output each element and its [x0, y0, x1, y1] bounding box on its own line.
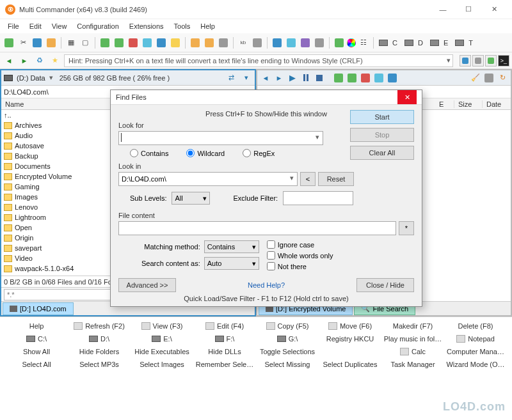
menu-view[interactable]: View: [47, 21, 72, 31]
toolbar-unpack-icon[interactable]: [203, 36, 216, 49]
chk-not-there[interactable]: Not there: [267, 262, 333, 270]
cmd-computer-mana-[interactable]: Computer Mana…: [444, 348, 507, 355]
look-for-input[interactable]: [118, 131, 323, 145]
cmd-notepad[interactable]: Notepad: [444, 335, 507, 343]
toolbar-newfolder-icon[interactable]: [169, 36, 182, 49]
nav-forward-icon[interactable]: ►: [18, 54, 31, 67]
cmd-delete-f8-[interactable]: Delete (F8): [444, 322, 507, 330]
reset-button[interactable]: Reset: [318, 172, 354, 186]
cmd-c-[interactable]: C:\: [5, 335, 68, 343]
start-button[interactable]: Start: [350, 110, 414, 124]
toolbar-edit-icon[interactable]: [155, 36, 168, 49]
drive-c-label[interactable]: C: [391, 39, 401, 47]
ql-icon[interactable]: [472, 55, 484, 66]
radio-wildcard[interactable]: Wildcard: [186, 149, 225, 157]
toolbar-delete-icon[interactable]: [127, 36, 140, 49]
drive-d-icon[interactable]: [403, 36, 415, 49]
cmd-makedir-f7-[interactable]: Makedir (F7): [381, 322, 444, 330]
radio-regex[interactable]: RegEx: [243, 149, 275, 157]
cmd-calc[interactable]: Calc: [381, 348, 444, 355]
cmd-select-duplicates[interactable]: Select Duplicates: [319, 361, 381, 368]
toolbar-color-icon[interactable]: [347, 38, 356, 47]
menu-file[interactable]: File: [3, 21, 24, 31]
cmd-select-images[interactable]: Select Images: [131, 361, 193, 368]
menu-configuration[interactable]: Configuration: [72, 21, 124, 31]
cmd-hide-folders[interactable]: Hide Folders: [68, 348, 131, 355]
dropdown-icon[interactable]: ▾: [316, 133, 319, 141]
cmd-wizard-mode-o-[interactable]: Wizard Mode (O…: [444, 361, 507, 368]
cmd-hide-executables[interactable]: Hide Executables: [131, 348, 193, 355]
search-stop-icon[interactable]: [314, 72, 325, 84]
nav-history-icon[interactable]: ♻: [33, 54, 46, 67]
cmd-select-missing[interactable]: Select Missing: [256, 361, 319, 368]
dialog-close-button[interactable]: ✕: [397, 90, 417, 104]
col-date[interactable]: Date: [483, 100, 511, 108]
cmd-select-mp3s[interactable]: Select MP3s: [68, 361, 131, 368]
cmd-d-[interactable]: D:\: [68, 335, 131, 343]
close-window-button[interactable]: ✕: [481, 1, 507, 19]
cmd-edit-f4-[interactable]: Edit (F4): [193, 322, 256, 330]
left-drive-label[interactable]: (D:) Data: [17, 74, 45, 82]
search-export-icon[interactable]: [483, 72, 495, 84]
toolbar-paste-icon[interactable]: [45, 36, 58, 49]
left-tab[interactable]: [D:] LO4D.com: [3, 302, 74, 315]
look-in-up-button[interactable]: <: [300, 172, 316, 186]
search-fwd-icon[interactable]: ►: [273, 72, 285, 84]
cmd-view-f3-[interactable]: View (F3): [131, 322, 193, 330]
toolbar-copy-icon[interactable]: [31, 36, 44, 49]
toolbar-deselect-icon[interactable]: ▢: [79, 36, 92, 49]
panel-menu-icon[interactable]: ▾: [241, 72, 252, 84]
search-tool-icon[interactable]: [373, 72, 385, 84]
drive-d-label[interactable]: D: [417, 39, 427, 47]
close-hide-button[interactable]: Close / Hide: [356, 278, 414, 292]
toolbar-settings-icon[interactable]: [333, 36, 346, 49]
dropdown-icon[interactable]: ▾: [290, 174, 294, 182]
search-tool-icon[interactable]: [333, 72, 344, 84]
toolbar-layout-icon[interactable]: ☷: [357, 36, 370, 49]
chk-whole-words[interactable]: Whole words only: [267, 251, 333, 260]
cmd-select-all[interactable]: Select All: [5, 361, 68, 368]
search-tool-icon[interactable]: [360, 72, 371, 84]
minimize-button[interactable]: —: [430, 1, 456, 19]
toolbar-test-icon[interactable]: [217, 36, 230, 49]
stop-button[interactable]: Stop: [350, 128, 414, 142]
look-in-input[interactable]: [118, 172, 298, 186]
panel-swap-icon[interactable]: ⇄: [225, 72, 237, 84]
file-content-input[interactable]: [118, 221, 396, 235]
nav-back-icon[interactable]: ◄: [3, 54, 15, 67]
toolbar-checksum-icon[interactable]: [313, 36, 326, 49]
matching-method-select[interactable]: Contains▾: [204, 240, 259, 253]
drive-e-icon[interactable]: [428, 36, 441, 49]
cmd-g-[interactable]: G:\: [256, 335, 319, 343]
ql-icon[interactable]: [485, 55, 497, 66]
cmd-f-[interactable]: F:\: [193, 335, 256, 343]
cmd-play-music-in-fol-[interactable]: Play music in fol…: [381, 335, 444, 343]
toolbar-move-to-icon[interactable]: [113, 36, 125, 49]
radio-contains[interactable]: Contains: [130, 149, 168, 157]
maximize-button[interactable]: ☐: [456, 1, 481, 19]
toolbar-view-icon[interactable]: [141, 36, 154, 49]
toolbar-compare-icon[interactable]: [285, 36, 298, 49]
search-back-icon[interactable]: ◄: [260, 72, 271, 84]
search-tool-icon[interactable]: [387, 72, 398, 84]
need-help-link[interactable]: Need Help?: [181, 281, 351, 289]
cmd-move-f6-[interactable]: Move (F6): [319, 322, 381, 330]
dropdown-icon[interactable]: ▾: [49, 74, 53, 82]
cmd-task-manager[interactable]: Task Manager: [381, 361, 444, 368]
toolbar-select-icon[interactable]: ▦: [65, 36, 77, 49]
cmd-toggle-selections[interactable]: Toggle Selections: [256, 348, 319, 355]
drive-icon[interactable]: [4, 75, 13, 81]
cmd-show-all[interactable]: Show All: [5, 348, 68, 355]
drive-c-icon[interactable]: [377, 36, 390, 49]
toolbar-sync-icon[interactable]: [299, 36, 312, 49]
toolbar-copy-to-icon[interactable]: [99, 36, 111, 49]
ql-icon[interactable]: >_: [498, 55, 509, 66]
col-e[interactable]: E: [435, 100, 454, 108]
cmd-e-[interactable]: E:\: [131, 335, 193, 343]
toolbar-pack-icon[interactable]: [189, 36, 202, 49]
menu-extensions[interactable]: Extensions: [124, 21, 169, 31]
drive-e-label[interactable]: E: [442, 39, 452, 47]
drive-t-label[interactable]: T: [467, 39, 477, 47]
cmd-registry-hkcu[interactable]: Registry HKCU: [319, 335, 381, 343]
nav-fav-icon[interactable]: ★: [49, 54, 61, 67]
